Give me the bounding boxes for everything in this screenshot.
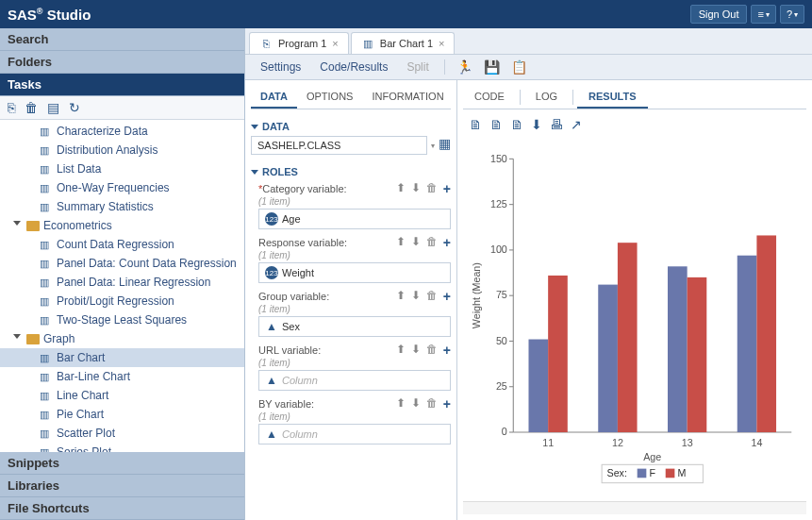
tab-log[interactable]: LOG: [524, 86, 569, 109]
settings-button[interactable]: Settings: [253, 58, 308, 76]
horizontal-scrollbar[interactable]: [463, 501, 806, 514]
move-up-icon[interactable]: ⬆: [396, 181, 406, 196]
accordion-folders[interactable]: Folders: [0, 51, 244, 74]
task-new-icon[interactable]: ⎘: [8, 100, 15, 115]
tree-item-label: Scatter Plot: [57, 427, 115, 440]
move-up-icon[interactable]: ⬆: [396, 343, 406, 358]
bar-chart: 025507510012515011121314AgeWeight (Mean)…: [468, 145, 802, 496]
svg-text:F: F: [650, 467, 656, 478]
result-download-icon[interactable]: ⬇: [531, 117, 542, 132]
delete-role-icon[interactable]: 🗑: [426, 181, 438, 196]
tree-item-label: Probit/Logit Regression: [57, 294, 174, 308]
move-down-icon[interactable]: ⬇: [411, 181, 421, 196]
tab-information[interactable]: INFORMATION: [362, 86, 453, 109]
role-value[interactable]: 123Age: [258, 209, 451, 229]
tab-close-icon[interactable]: ×: [439, 38, 444, 49]
menu-button[interactable]: ≡ ▾: [751, 5, 775, 24]
delete-role-icon[interactable]: 🗑: [426, 343, 438, 358]
accordion-snippets[interactable]: Snippets: [0, 452, 244, 475]
tree-item[interactable]: ▥Series Plot: [0, 443, 244, 452]
result-icon-3[interactable]: 🗎: [510, 117, 523, 132]
export-icon[interactable]: 📋: [507, 58, 531, 76]
tree-item[interactable]: ▥One-Way Frequencies: [0, 178, 244, 197]
add-role-icon[interactable]: +: [443, 289, 451, 304]
tab-close-icon[interactable]: ×: [332, 38, 338, 49]
svg-rect-26: [666, 469, 675, 478]
tree-item[interactable]: ▥Count Data Regression: [0, 235, 244, 254]
role-placeholder[interactable]: ▲Column: [258, 424, 451, 445]
save-icon[interactable]: 💾: [480, 58, 504, 76]
tree-item-label: Line Chart: [57, 389, 108, 402]
code-results-button[interactable]: Code/Results: [312, 58, 395, 76]
move-down-icon[interactable]: ⬇: [411, 289, 421, 304]
accordion-tasks[interactable]: Tasks: [0, 74, 244, 96]
add-role-icon[interactable]: +: [443, 343, 451, 358]
task-delete-icon[interactable]: 🗑: [25, 100, 38, 115]
accordion-shortcuts[interactable]: File Shortcuts: [0, 497, 244, 520]
role-value[interactable]: ▲Sex: [258, 316, 451, 337]
tree-folder[interactable]: Graph: [0, 329, 244, 348]
move-up-icon[interactable]: ⬆: [396, 289, 406, 304]
move-up-icon[interactable]: ⬆: [396, 235, 406, 250]
tree-item[interactable]: ▥Characterize Data: [0, 122, 244, 141]
add-role-icon[interactable]: +: [443, 396, 451, 411]
move-up-icon[interactable]: ⬆: [396, 396, 406, 411]
result-print-icon[interactable]: 🖶: [550, 117, 563, 132]
tab-data[interactable]: DATA: [251, 86, 297, 109]
browse-data-icon[interactable]: ▦: [439, 136, 451, 155]
split-button[interactable]: Split: [399, 58, 436, 76]
run-icon[interactable]: 🏃: [453, 58, 476, 76]
editor-tab[interactable]: ▥Bar Chart 1×: [351, 32, 456, 54]
task-icon: ▥: [38, 200, 51, 213]
signout-button[interactable]: Sign Out: [690, 5, 748, 24]
data-source-select[interactable]: SASHELP.CLASS: [251, 136, 427, 155]
task-tree: ▥Characterize Data▥Distribution Analysis…: [0, 120, 244, 452]
move-down-icon[interactable]: ⬇: [411, 396, 421, 411]
tab-results[interactable]: RESULTS: [577, 86, 648, 109]
tree-item[interactable]: ▥Panel Data: Count Data Regression: [0, 254, 244, 273]
role-placeholder[interactable]: ▲Column: [258, 370, 451, 391]
add-role-icon[interactable]: +: [443, 235, 451, 250]
move-down-icon[interactable]: ⬇: [411, 235, 421, 250]
tree-item[interactable]: ▥Bar-Line Chart: [0, 367, 244, 386]
role-hint: (1 item): [251, 411, 451, 422]
tree-item[interactable]: ▥Panel Data: Linear Regression: [0, 273, 244, 292]
tree-folder[interactable]: Econometrics: [0, 216, 244, 235]
result-icon-1[interactable]: 🗎: [469, 117, 482, 132]
result-icon-2[interactable]: 🗎: [489, 117, 503, 132]
role-value[interactable]: 123Weight: [258, 262, 451, 283]
task-refresh-icon[interactable]: ↻: [69, 100, 80, 115]
tree-item[interactable]: ▥Scatter Plot: [0, 424, 244, 443]
tree-item[interactable]: ▥Line Chart: [0, 386, 244, 405]
tree-item[interactable]: ▥Distribution Analysis: [0, 141, 244, 159]
tab-options[interactable]: OPTIONS: [297, 86, 363, 109]
delete-role-icon[interactable]: 🗑: [426, 396, 438, 411]
accordion-search[interactable]: Search: [0, 28, 244, 51]
numeric-badge-icon: 123: [265, 212, 278, 226]
add-role-icon[interactable]: +: [443, 181, 451, 196]
tree-item-label: List Data: [57, 162, 101, 176]
task-toolbar: ⎘ 🗑 ▤ ↻: [0, 96, 244, 120]
tree-item[interactable]: ▥Two-Stage Least Squares: [0, 310, 244, 329]
section-roles[interactable]: ROLES: [251, 162, 451, 181]
move-down-icon[interactable]: ⬇: [411, 343, 421, 358]
tree-item[interactable]: ▥Probit/Logit Regression: [0, 292, 244, 310]
tree-item[interactable]: ▥Summary Statistics: [0, 197, 244, 216]
tree-item[interactable]: ▥List Data: [0, 159, 244, 178]
role-label: URL variable:: [258, 344, 321, 356]
role-hint: (1 item): [251, 304, 451, 314]
svg-text:M: M: [678, 467, 687, 478]
help-button[interactable]: ? ▾: [780, 5, 804, 24]
tab-code[interactable]: CODE: [463, 86, 516, 109]
tree-item[interactable]: ▥Bar Chart: [0, 348, 244, 367]
section-data[interactable]: DATA: [251, 117, 451, 136]
delete-role-icon[interactable]: 🗑: [426, 289, 438, 304]
delete-role-icon[interactable]: 🗑: [426, 235, 438, 250]
result-newwin-icon[interactable]: ↗: [571, 117, 582, 132]
task-props-icon[interactable]: ▤: [47, 100, 59, 115]
tree-item[interactable]: ▥Pie Chart: [0, 405, 244, 424]
role-label-row: *Category variable:⬆⬇🗑+: [251, 181, 451, 196]
accordion-libraries[interactable]: Libraries: [0, 475, 244, 497]
editor-tab[interactable]: ⎘Program 1×: [249, 32, 349, 54]
folder-icon: [26, 334, 40, 344]
